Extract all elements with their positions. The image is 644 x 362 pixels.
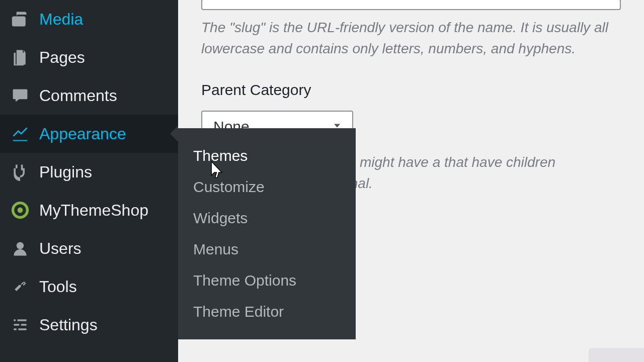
pages-icon [10, 47, 30, 67]
sidebar-item-label: Media [39, 10, 83, 29]
submenu-item-menus[interactable]: Menus [178, 234, 356, 265]
submenu-item-theme-options[interactable]: Theme Options [178, 265, 356, 296]
slug-input[interactable] [201, 0, 621, 10]
sidebar-item-comments[interactable]: Comments [0, 76, 178, 115]
sidebar-item-tools[interactable]: Tools [0, 267, 178, 306]
svg-point-2 [17, 242, 24, 249]
sidebar-item-label: MyThemeShop [39, 201, 148, 220]
sidebar-item-label: Comments [39, 86, 117, 105]
sidebar-item-plugins[interactable]: Plugins [0, 153, 178, 191]
admin-sidebar: Media Pages Comments Appearance Plugins … [0, 0, 178, 362]
submenu-item-themes[interactable]: Themes [178, 140, 356, 171]
appearance-submenu: Themes Customize Widgets Menus Theme Opt… [178, 128, 356, 339]
svg-point-1 [18, 208, 23, 213]
appearance-icon [10, 124, 30, 144]
parent-category-label: Parent Category [201, 81, 621, 99]
slug-description: The "slug" is the URL-friendly version o… [201, 17, 621, 59]
media-icon [10, 9, 30, 29]
tools-icon [10, 277, 30, 297]
submenu-item-widgets[interactable]: Widgets [178, 203, 356, 234]
submenu-item-customize[interactable]: Customize [178, 171, 356, 203]
mythemeshop-icon [10, 200, 30, 220]
settings-icon [10, 315, 30, 335]
sidebar-item-media[interactable]: Media [0, 0, 178, 38]
sidebar-item-label: Appearance [39, 125, 126, 143]
sidebar-item-label: Pages [39, 48, 85, 67]
sidebar-item-appearance[interactable]: Appearance [0, 115, 178, 153]
sidebar-item-label: Settings [39, 316, 98, 334]
submenu-item-theme-editor[interactable]: Theme Editor [178, 296, 356, 327]
watermark [589, 348, 644, 362]
plugins-icon [10, 162, 30, 182]
sidebar-item-label: Tools [39, 278, 77, 296]
users-icon [10, 238, 30, 258]
sidebar-item-label: Users [39, 239, 82, 258]
sidebar-item-label: Plugins [39, 163, 92, 182]
sidebar-item-pages[interactable]: Pages [0, 38, 178, 76]
sidebar-item-mythemeshop[interactable]: MyThemeShop [0, 191, 178, 229]
sidebar-item-settings[interactable]: Settings [0, 306, 178, 344]
sidebar-item-users[interactable]: Users [0, 229, 178, 267]
comments-icon [10, 85, 30, 106]
